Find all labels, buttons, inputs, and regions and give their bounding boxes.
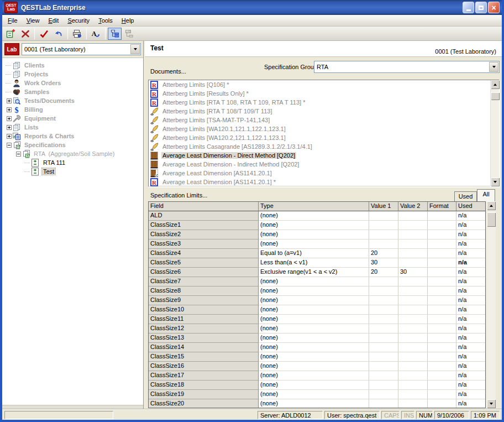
- value-cell[interactable]: n/a: [456, 315, 485, 324]
- tree-item-rta-aggregate-soil-sample[interactable]: RTA (Aggregate/Soil Sample): [2, 149, 143, 158]
- value-cell[interactable]: (none): [259, 239, 369, 249]
- tree-item-projects[interactable]: Projects: [2, 70, 143, 79]
- value-cell[interactable]: n/a: [456, 399, 485, 408]
- value-cell[interactable]: [398, 305, 428, 315]
- value-cell[interactable]: [398, 381, 428, 390]
- value-cell[interactable]: [398, 286, 428, 296]
- menu-tools[interactable]: Tools: [94, 15, 117, 25]
- value-cell[interactable]: [428, 296, 456, 305]
- value-cell[interactable]: [428, 305, 456, 315]
- value-cell[interactable]: [369, 211, 398, 221]
- value-cell[interactable]: n/a: [456, 286, 485, 296]
- value-cell[interactable]: (none): [259, 286, 369, 296]
- value-cell[interactable]: n/a: [456, 268, 485, 277]
- document-item[interactable]: RAverage Least Dimension [AS1141.20.1] *: [149, 178, 490, 186]
- tree-collapse-icon[interactable]: [15, 152, 22, 157]
- value-cell[interactable]: Equal to (a=v1): [259, 249, 369, 258]
- value-cell[interactable]: (none): [259, 362, 369, 371]
- table-scrollbar[interactable]: [487, 201, 496, 408]
- tree-item-rta-111[interactable]: RTA 111: [2, 158, 143, 167]
- value-cell[interactable]: [398, 211, 428, 221]
- document-item[interactable]: RAtterberg Limits [Results Only] *: [149, 89, 490, 98]
- minimize-button[interactable]: [463, 2, 474, 13]
- apply-button[interactable]: [37, 28, 51, 40]
- value-cell[interactable]: [398, 343, 428, 352]
- value-cell[interactable]: [428, 334, 456, 343]
- value-cell[interactable]: n/a: [456, 239, 485, 249]
- tree-item-billing[interactable]: $Billing: [2, 105, 143, 114]
- value-cell[interactable]: n/a: [456, 390, 485, 399]
- tree-expand-icon[interactable]: [6, 107, 12, 112]
- tree-item-test[interactable]: Test: [2, 167, 143, 176]
- scrollbar-down-button[interactable]: [491, 178, 500, 186]
- menu-security[interactable]: Security: [63, 15, 94, 25]
- column-header-used[interactable]: Used: [456, 202, 485, 211]
- value-cell[interactable]: [398, 230, 428, 239]
- tree-item-clients[interactable]: Clients: [2, 61, 143, 70]
- tree-expand-icon[interactable]: [6, 116, 12, 121]
- print-button[interactable]: [70, 28, 84, 40]
- value-cell[interactable]: [369, 399, 398, 408]
- value-cell[interactable]: [398, 362, 428, 371]
- tree-view-button[interactable]: [108, 28, 122, 40]
- value-cell[interactable]: (none): [259, 305, 369, 315]
- value-cell[interactable]: (none): [259, 343, 369, 352]
- value-cell[interactable]: [428, 343, 456, 352]
- value-cell[interactable]: [398, 324, 428, 334]
- document-item[interactable]: Atterberg Limits [WA120.2,121.1,122.1,12…: [149, 133, 490, 142]
- value-cell[interactable]: [369, 371, 398, 381]
- tree-item-samples[interactable]: Samples: [2, 87, 143, 96]
- value-cell[interactable]: Less than(a < v1): [259, 258, 369, 268]
- value-cell[interactable]: [398, 390, 428, 399]
- value-cell[interactable]: [428, 268, 456, 277]
- close-button[interactable]: ×: [488, 2, 500, 13]
- value-cell[interactable]: n/a: [456, 305, 485, 315]
- value-cell[interactable]: [369, 296, 398, 305]
- value-cell[interactable]: [398, 258, 428, 268]
- document-item[interactable]: RAtterberg Limits [Q106] *: [149, 80, 490, 89]
- value-cell[interactable]: [369, 324, 398, 334]
- value-cell[interactable]: n/a: [456, 324, 485, 334]
- value-cell[interactable]: n/a: [456, 230, 485, 239]
- value-cell[interactable]: n/a: [456, 343, 485, 352]
- value-cell[interactable]: [428, 371, 456, 381]
- value-cell[interactable]: n/a: [456, 381, 485, 390]
- tab-all[interactable]: All: [477, 189, 495, 201]
- value-cell[interactable]: [369, 334, 398, 343]
- value-cell[interactable]: (none): [259, 296, 369, 305]
- tree-item-work-orders[interactable]: Work Orders: [2, 79, 143, 87]
- value-cell[interactable]: [428, 230, 456, 239]
- value-cell[interactable]: [398, 315, 428, 324]
- spelling-button[interactable]: A: [89, 28, 103, 40]
- tree-expand-icon[interactable]: [6, 125, 12, 130]
- value-cell[interactable]: [428, 390, 456, 399]
- value-cell[interactable]: [428, 239, 456, 249]
- document-item[interactable]: Atterberg Limits Casagrande [AS1289.3.1.…: [149, 142, 490, 151]
- scrollbar-thumb[interactable]: [487, 212, 496, 227]
- value-cell[interactable]: 30: [369, 258, 398, 268]
- value-cell[interactable]: (none): [259, 390, 369, 399]
- tree-item-lists[interactable]: Lists: [2, 123, 143, 132]
- value-cell[interactable]: [369, 352, 398, 362]
- value-cell[interactable]: n/a: [456, 334, 485, 343]
- column-header-value-1[interactable]: Value 1: [369, 202, 398, 211]
- value-cell[interactable]: (none): [259, 315, 369, 324]
- spec-group-dropdown-button[interactable]: [489, 62, 498, 72]
- tree-collapse-icon[interactable]: [6, 143, 12, 148]
- undo-button[interactable]: [51, 28, 65, 40]
- new-button[interactable]: [4, 28, 18, 40]
- tree-expand-icon[interactable]: [6, 134, 12, 139]
- value-cell[interactable]: (none): [259, 352, 369, 362]
- value-cell[interactable]: [398, 352, 428, 362]
- value-cell[interactable]: [428, 352, 456, 362]
- column-header-field[interactable]: Field: [149, 202, 259, 211]
- value-cell[interactable]: [369, 286, 398, 296]
- document-item[interactable]: 10Average Least Dimension [AS1141.20.1]: [149, 169, 490, 178]
- value-cell[interactable]: [369, 277, 398, 286]
- value-cell[interactable]: n/a: [456, 352, 485, 362]
- scrollbar-thumb[interactable]: [491, 92, 500, 100]
- value-cell[interactable]: [369, 239, 398, 249]
- value-cell[interactable]: 20: [369, 249, 398, 258]
- value-cell[interactable]: [398, 296, 428, 305]
- document-item[interactable]: Atterberg Limits [TSA-MAT-TP-141,143]: [149, 116, 490, 124]
